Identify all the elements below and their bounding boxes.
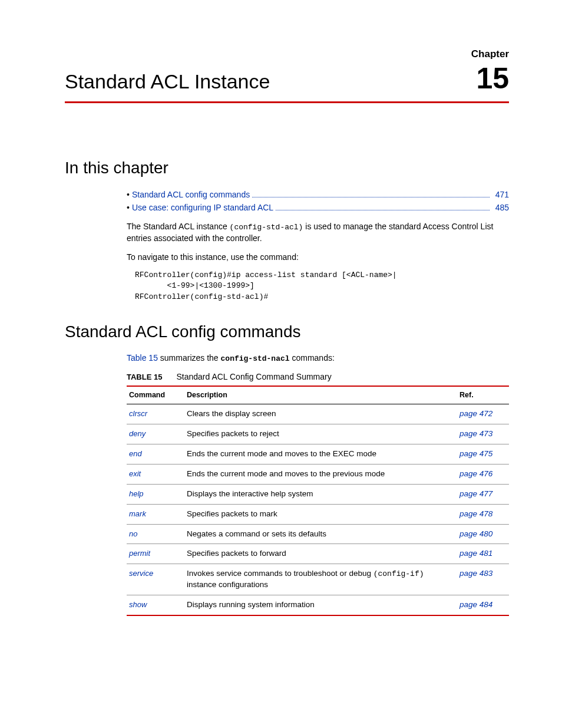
section-heading-commands: Standard ACL config commands: [65, 320, 509, 343]
section2-content: Table 15 summarizes the config-std-nacl …: [127, 353, 509, 616]
chapter-number: 15: [476, 64, 509, 93]
table-row: clrscrClears the display screenpage 472: [127, 404, 509, 424]
text: The Standard ACL instance: [127, 222, 230, 231]
desc-cell: Displays running system information: [184, 595, 457, 615]
ref-cell: page 475: [457, 444, 509, 464]
page-ref-link[interactable]: page 481: [459, 549, 492, 558]
bullet-icon: •: [127, 202, 130, 214]
code-block: RFController(config)#ip access-list stan…: [135, 270, 509, 302]
bullet-icon: •: [127, 189, 130, 201]
toc-link[interactable]: Standard ACL config commands: [132, 189, 250, 201]
toc-link[interactable]: Use case: configuring IP standard ACL: [132, 202, 273, 214]
command-table: Command Description Ref. clrscrClears th…: [127, 386, 509, 617]
ref-cell: page 476: [457, 464, 509, 484]
ref-cell: page 480: [457, 524, 509, 544]
page-ref-link[interactable]: page 480: [459, 529, 492, 538]
command-link[interactable]: mark: [129, 509, 146, 518]
command-link[interactable]: clrscr: [129, 409, 147, 418]
th-description: Description: [184, 386, 457, 404]
table-row: noNegates a command or sets its defaults…: [127, 524, 509, 544]
page-ref-link[interactable]: page 483: [459, 569, 492, 578]
ref-cell: page 472: [457, 404, 509, 424]
page-ref-link[interactable]: page 484: [459, 600, 492, 609]
desc-cell: Invokes service commands to troubleshoot…: [184, 564, 457, 595]
command-link[interactable]: deny: [129, 429, 146, 438]
inline-code: (config-if): [373, 569, 424, 578]
command-link[interactable]: no: [129, 529, 137, 538]
inline-code-bold: config-std-nacl: [221, 354, 290, 363]
section1-content: • Standard ACL config commands 471 • Use…: [127, 189, 509, 302]
command-link[interactable]: help: [129, 489, 144, 498]
desc-cell: Displays the interactive help system: [184, 484, 457, 504]
command-link[interactable]: end: [129, 449, 142, 458]
page-ref-link[interactable]: page 473: [459, 429, 492, 438]
th-ref: Ref.: [457, 386, 509, 404]
command-link[interactable]: permit: [129, 549, 150, 558]
toc-page[interactable]: 485: [495, 202, 509, 214]
desc-cell: Negates a command or sets its defaults: [184, 524, 457, 544]
table-row: markSpecifies packets to markpage 478: [127, 504, 509, 524]
cmd-cell: help: [127, 484, 184, 504]
cmd-cell: deny: [127, 424, 184, 444]
page-ref-link[interactable]: page 477: [459, 489, 492, 498]
ref-cell: page 477: [457, 484, 509, 504]
table-row: serviceInvokes service commands to troub…: [127, 564, 509, 595]
ref-cell: page 481: [457, 544, 509, 564]
cmd-cell: end: [127, 444, 184, 464]
desc-cell: Specifies packets to forward: [184, 544, 457, 564]
desc-cell: Specifies packets to reject: [184, 424, 457, 444]
th-command: Command: [127, 386, 184, 404]
desc-cell: Clears the display screen: [184, 404, 457, 424]
table-row: permitSpecifies packets to forwardpage 4…: [127, 544, 509, 564]
desc-cell: Ends the current mode and moves to the E…: [184, 444, 457, 464]
ref-cell: page 483: [457, 564, 509, 595]
leader-dots: [252, 197, 489, 197]
table-row: endEnds the current mode and moves to th…: [127, 444, 509, 464]
cmd-cell: mark: [127, 504, 184, 524]
table-row: showDisplays running system informationp…: [127, 595, 509, 615]
page-ref-link[interactable]: page 472: [459, 409, 492, 418]
leader-dots: [276, 210, 490, 210]
nav-paragraph: To navigate to this instance, use the co…: [127, 252, 509, 263]
toc-line: • Use case: configuring IP standard ACL …: [127, 202, 509, 214]
page-ref-link[interactable]: page 476: [459, 469, 492, 478]
command-link[interactable]: exit: [129, 469, 141, 478]
cmd-cell: exit: [127, 464, 184, 484]
text: summarizes the: [158, 353, 221, 363]
chapter-label: Chapter: [65, 47, 509, 61]
cmd-cell: clrscr: [127, 404, 184, 424]
inline-code: (config-std-acl): [230, 223, 303, 232]
intro-paragraph: The Standard ACL instance (config-std-ac…: [127, 221, 509, 245]
table-title: Standard ACL Config Command Summary: [176, 372, 331, 381]
cmd-cell: no: [127, 524, 184, 544]
ref-cell: page 478: [457, 504, 509, 524]
section-heading-in-this-chapter: In this chapter: [65, 156, 509, 179]
table-row: helpDisplays the interactive help system…: [127, 484, 509, 504]
table-row: denySpecifies packets to rejectpage 473: [127, 424, 509, 444]
toc-page[interactable]: 471: [495, 189, 509, 201]
toc-line: • Standard ACL config commands 471: [127, 189, 509, 201]
cmd-cell: permit: [127, 544, 184, 564]
page-ref-link[interactable]: page 475: [459, 449, 492, 458]
ref-cell: page 484: [457, 595, 509, 615]
table-intro: Table 15 summarizes the config-std-nacl …: [127, 353, 509, 364]
table-row: exitEnds the current mode and moves to t…: [127, 464, 509, 484]
command-link[interactable]: show: [129, 600, 147, 609]
desc-cell: Ends the current mode and moves to the p…: [184, 464, 457, 484]
desc-cell: Specifies packets to mark: [184, 504, 457, 524]
command-link[interactable]: service: [129, 569, 153, 578]
table-number: TABLE 15: [127, 373, 162, 381]
ref-cell: page 473: [457, 424, 509, 444]
cmd-cell: service: [127, 564, 184, 595]
cmd-cell: show: [127, 595, 184, 615]
table-ref-link[interactable]: Table 15: [127, 353, 158, 363]
table-header-row: Command Description Ref.: [127, 386, 509, 404]
table-caption: TABLE 15Standard ACL Config Command Summ…: [127, 371, 509, 383]
page-ref-link[interactable]: page 478: [459, 509, 492, 518]
title-row: Standard ACL Instance 15: [65, 64, 509, 104]
text: commands:: [290, 353, 335, 363]
page-title: Standard ACL Instance: [65, 68, 270, 96]
